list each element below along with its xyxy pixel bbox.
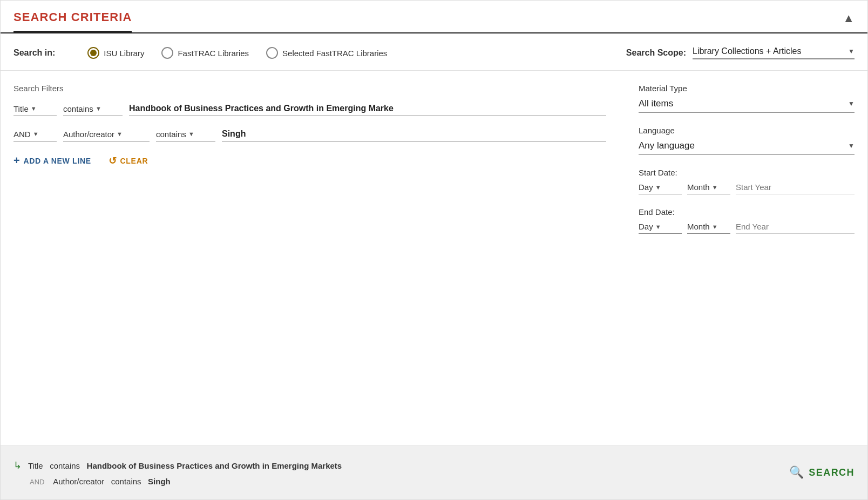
- filter-row-1: Title ▼ contains ▼: [13, 104, 606, 116]
- filter-text-input-1[interactable]: [129, 104, 606, 116]
- filter-field-value-2: Author/creator: [63, 130, 114, 139]
- end-date-row: Day ▼ Month ▼: [639, 222, 855, 234]
- search-scope-select[interactable]: Library Collections + Articles ▼: [693, 46, 855, 59]
- radio-fasttrac-label: FastTRAC Libraries: [178, 49, 249, 58]
- start-month-arrow: ▼: [712, 184, 718, 191]
- radio-isu-circle[interactable]: [87, 47, 99, 59]
- filter-field-select-1[interactable]: Title ▼: [13, 104, 57, 116]
- filter-logic-select-2[interactable]: AND ▼: [13, 130, 57, 141]
- filter-operator-arrow-1: ▼: [96, 105, 101, 112]
- search-scope-value: Library Collections + Articles: [693, 46, 844, 56]
- end-month-value: Month: [687, 222, 710, 231]
- filter-operator-select-2[interactable]: contains ▼: [156, 130, 215, 141]
- clear-button[interactable]: ↺ CLEAR: [109, 155, 148, 167]
- filter-operator-select-1[interactable]: contains ▼: [63, 104, 123, 116]
- material-type-arrow: ▼: [848, 100, 855, 107]
- summary-line2-value: Singh: [148, 477, 171, 486]
- search-filters-label: Search Filters: [13, 84, 606, 93]
- search-label: SEARCH: [809, 467, 855, 478]
- add-new-line-button[interactable]: + ADD A NEW LINE: [13, 154, 91, 167]
- radio-selected-fasttrac-label: Selected FastTRAC Libraries: [282, 49, 387, 58]
- search-button[interactable]: 🔍 SEARCH: [789, 465, 855, 479]
- start-date-label: Start Date:: [639, 168, 855, 177]
- end-day-select[interactable]: Day ▼: [639, 222, 682, 234]
- filter-field-arrow-2: ▼: [117, 131, 123, 137]
- filter-row-2: AND ▼ Author/creator ▼ contains ▼: [13, 129, 606, 141]
- search-scope-group: Search Scope: Library Collections + Arti…: [626, 46, 855, 59]
- filter-actions: + ADD A NEW LINE ↺ CLEAR: [13, 154, 606, 167]
- left-filters: Search Filters Title ▼ contains ▼ AND ▼: [13, 84, 606, 428]
- material-type-select[interactable]: All items ▼: [639, 98, 855, 113]
- start-day-arrow: ▼: [655, 184, 661, 191]
- search-in-section: Search in: ISU Library FastTRAC Librarie…: [1, 33, 867, 71]
- radio-isu[interactable]: ISU Library: [87, 47, 144, 59]
- end-month-select[interactable]: Month ▼: [687, 222, 730, 234]
- summary-line2-logic: AND: [30, 478, 44, 486]
- filters-section: Search Filters Title ▼ contains ▼ AND ▼: [1, 71, 867, 446]
- summary-line1-field: Title: [28, 461, 43, 470]
- page-wrapper: SEARCH CRITERIA ▲ Search in: ISU Library…: [0, 0, 868, 500]
- start-month-select[interactable]: Month ▼: [687, 183, 730, 194]
- end-date-label: End Date:: [639, 207, 855, 217]
- filter-field-arrow-1: ▼: [31, 105, 37, 112]
- filter-field-value-1: Title: [13, 104, 29, 113]
- material-type-value: All items: [639, 98, 848, 109]
- search-scope-label: Search Scope:: [626, 48, 686, 58]
- clear-icon: ↺: [109, 155, 117, 167]
- end-day-value: Day: [639, 222, 653, 231]
- summary-line1: ↳ Title contains Handbook of Business Pr…: [13, 457, 342, 474]
- start-month-value: Month: [687, 183, 710, 192]
- search-in-label: Search in:: [13, 48, 55, 58]
- end-month-arrow: ▼: [712, 224, 718, 230]
- summary-arrow-icon: ↳: [13, 460, 22, 471]
- add-new-line-label: ADD A NEW LINE: [23, 157, 91, 165]
- plus-icon: +: [13, 154, 20, 167]
- search-icon: 🔍: [789, 465, 804, 479]
- start-day-select[interactable]: Day ▼: [639, 183, 682, 194]
- end-year-input[interactable]: [736, 222, 855, 234]
- radio-fasttrac-circle[interactable]: [161, 47, 173, 59]
- summary-bar: ↳ Title contains Handbook of Business Pr…: [1, 446, 867, 499]
- filter-logic-value-2: AND: [13, 130, 31, 139]
- language-label: Language: [639, 126, 855, 135]
- search-scope-dropdown-arrow: ▼: [848, 48, 855, 55]
- radio-group: ISU Library FastTRAC Libraries Selected …: [87, 47, 387, 59]
- clear-label: CLEAR: [120, 157, 148, 165]
- filter-operator-arrow-2: ▼: [188, 131, 194, 137]
- material-type-label: Material Type: [639, 84, 855, 93]
- search-criteria-title: SEARCH CRITERIA: [13, 10, 132, 32]
- start-date-row: Day ▼ Month ▼: [639, 183, 855, 194]
- summary-line2-operator: contains: [111, 477, 141, 486]
- language-value: Any language: [639, 140, 848, 151]
- end-day-arrow: ▼: [655, 224, 661, 230]
- radio-isu-label: ISU Library: [104, 49, 144, 58]
- start-year-input[interactable]: [736, 183, 855, 194]
- filter-field-select-2[interactable]: Author/creator ▼: [63, 130, 150, 141]
- summary-line1-operator: contains: [50, 461, 80, 470]
- language-arrow: ▼: [848, 142, 855, 150]
- filter-operator-value-2: contains: [156, 130, 186, 139]
- summary-line1-value: Handbook of Business Practices and Growt…: [87, 461, 342, 470]
- radio-fasttrac[interactable]: FastTRAC Libraries: [161, 47, 249, 59]
- start-day-value: Day: [639, 183, 653, 192]
- radio-selected-fasttrac[interactable]: Selected FastTRAC Libraries: [266, 47, 387, 59]
- summary-line2-field: Author/creator: [53, 477, 104, 486]
- right-filters: Material Type All items ▼ Language Any l…: [639, 84, 855, 428]
- summary-line2: AND Author/creator contains Singh: [13, 474, 342, 489]
- filter-text-input-2[interactable]: [222, 129, 606, 141]
- summary-text: ↳ Title contains Handbook of Business Pr…: [13, 457, 342, 489]
- header-bar: SEARCH CRITERIA ▲: [1, 1, 867, 33]
- collapse-icon[interactable]: ▲: [843, 11, 855, 32]
- filter-logic-arrow-2: ▼: [33, 131, 39, 137]
- filter-operator-value-1: contains: [63, 104, 93, 113]
- language-select[interactable]: Any language ▼: [639, 140, 855, 155]
- radio-selected-fasttrac-circle[interactable]: [266, 47, 278, 59]
